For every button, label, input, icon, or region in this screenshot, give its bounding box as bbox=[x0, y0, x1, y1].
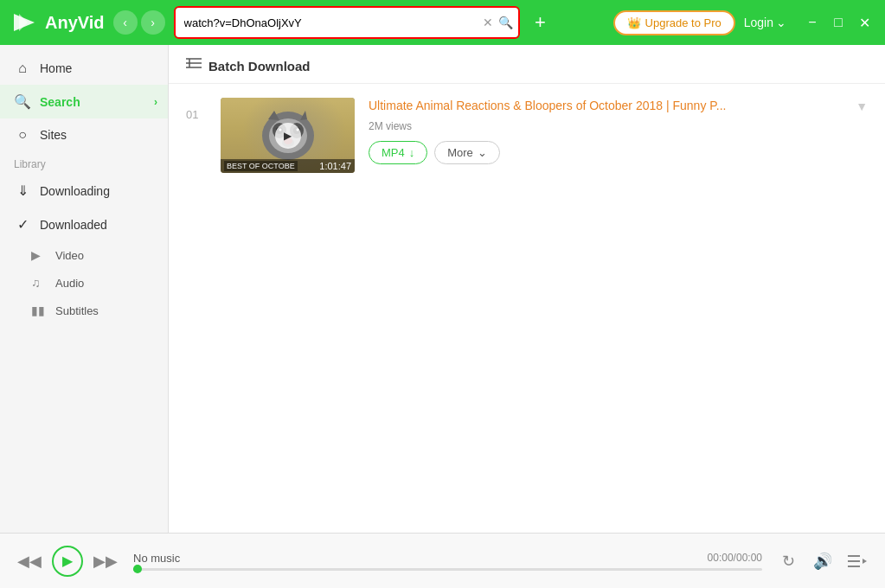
sidebar-sub-item-video[interactable]: ▶ Video bbox=[0, 241, 168, 269]
nav-buttons: ‹ › bbox=[113, 10, 165, 35]
downloading-label: Downloading bbox=[40, 184, 110, 198]
url-search-input[interactable] bbox=[176, 8, 518, 37]
result-views: 2M views bbox=[369, 120, 868, 132]
logo-area: AnyVid bbox=[10, 9, 105, 36]
audio-label: Audio bbox=[55, 277, 84, 290]
search-bar-container: ✕ 🔍 bbox=[174, 6, 520, 39]
player-track-title: No music bbox=[133, 552, 180, 565]
volume-button[interactable]: 🔊 bbox=[809, 547, 837, 575]
batch-title: Batch Download bbox=[208, 59, 311, 74]
search-chevron-icon: › bbox=[154, 96, 157, 108]
previous-button[interactable]: ◀◀ bbox=[14, 546, 45, 577]
search-icon: 🔍 bbox=[14, 93, 31, 110]
upgrade-button[interactable]: 👑 Upgrade to Pro bbox=[613, 10, 735, 35]
window-controls: − □ ✕ bbox=[802, 12, 875, 33]
result-title-row: Ultimate Animal Reactions & Bloopers of … bbox=[369, 98, 868, 115]
add-tab-button[interactable]: + bbox=[529, 10, 553, 35]
sidebar-sub-item-subtitles[interactable]: ▮▮ Subtitles bbox=[0, 297, 168, 324]
forward-button[interactable]: › bbox=[141, 10, 165, 35]
clear-button[interactable]: ✕ bbox=[483, 16, 493, 29]
downloaded-label: Downloaded bbox=[40, 218, 107, 232]
player-info: No music 00:00/00:00 bbox=[133, 552, 762, 571]
login-label: Login bbox=[744, 16, 773, 29]
result-info: Ultimate Animal Reactions & Bloopers of … bbox=[369, 98, 868, 164]
results-area: 01 bbox=[169, 84, 885, 533]
video-title[interactable]: Ultimate Animal Reactions & Bloopers of … bbox=[369, 98, 849, 115]
batch-icon bbox=[186, 57, 202, 74]
crown-icon: 👑 bbox=[627, 16, 641, 29]
subtitles-icon: ▮▮ bbox=[31, 304, 47, 317]
library-section-label: Library bbox=[0, 151, 168, 174]
subtitles-label: Subtitles bbox=[55, 304, 99, 317]
sidebar-sub-item-audio[interactable]: ♫ Audio bbox=[0, 269, 168, 297]
result-number: 01 bbox=[186, 98, 207, 121]
home-label: Home bbox=[40, 61, 72, 75]
svg-marker-22 bbox=[863, 559, 867, 564]
sidebar-item-downloading[interactable]: ⇓ Downloading bbox=[0, 174, 168, 208]
player-extra-controls: ↻ 🔊 bbox=[774, 547, 871, 575]
more-chevron-icon: ⌄ bbox=[478, 146, 487, 159]
video-thumbnail[interactable]: ▶ BEST OF OCTOBE 1:01:47 bbox=[221, 98, 355, 173]
video-icon: ▶ bbox=[31, 248, 47, 262]
upgrade-label: Upgrade to Pro bbox=[645, 16, 721, 29]
play-button-overlay[interactable]: ▶ bbox=[275, 123, 301, 149]
back-button[interactable]: ‹ bbox=[113, 10, 138, 35]
content-area: Batch Download 01 bbox=[169, 45, 885, 533]
minimize-button[interactable]: − bbox=[802, 12, 823, 33]
thumbnail-badge: BEST OF OCTOBE bbox=[224, 161, 298, 171]
next-button[interactable]: ▶▶ bbox=[90, 546, 121, 577]
downloading-icon: ⇓ bbox=[14, 182, 31, 199]
search-label: Search bbox=[40, 95, 80, 109]
result-item: 01 bbox=[186, 98, 868, 173]
playlist-icon bbox=[848, 553, 867, 569]
mp4-label: MP4 bbox=[382, 146, 405, 159]
audio-icon: ♫ bbox=[31, 276, 47, 290]
sidebar: ⌂ Home 🔍 Search › ○ Sites Library ⇓ Down… bbox=[0, 45, 169, 533]
app-name: AnyVid bbox=[45, 13, 105, 33]
logo-icon bbox=[10, 9, 38, 36]
download-icon: ↓ bbox=[409, 146, 415, 159]
sidebar-item-search[interactable]: 🔍 Search › bbox=[0, 85, 168, 118]
player-controls: ◀◀ ▶ ▶▶ bbox=[14, 546, 121, 577]
svg-marker-1 bbox=[19, 14, 28, 31]
maximize-button[interactable]: □ bbox=[828, 12, 849, 33]
player-progress-dot bbox=[133, 565, 142, 573]
player-progress-bar[interactable] bbox=[133, 568, 762, 571]
repeat-button[interactable]: ↻ bbox=[774, 547, 802, 575]
result-actions: MP4 ↓ More ⌄ bbox=[369, 141, 868, 164]
home-icon: ⌂ bbox=[14, 61, 31, 76]
player-bar: ◀◀ ▶ ▶▶ No music 00:00/00:00 ↻ 🔊 bbox=[0, 533, 885, 588]
sidebar-item-sites[interactable]: ○ Sites bbox=[0, 118, 168, 151]
more-options-button[interactable]: More ⌄ bbox=[434, 141, 500, 164]
login-button[interactable]: Login ⌄ bbox=[744, 16, 786, 29]
sidebar-item-downloaded[interactable]: ✓ Downloaded bbox=[0, 208, 168, 241]
search-bar-icons: ✕ 🔍 bbox=[483, 16, 513, 29]
close-button[interactable]: ✕ bbox=[854, 12, 875, 33]
sidebar-item-home[interactable]: ⌂ Home bbox=[0, 52, 168, 85]
sites-label: Sites bbox=[40, 128, 67, 142]
downloaded-icon: ✓ bbox=[14, 216, 31, 233]
search-button[interactable]: 🔍 bbox=[498, 16, 513, 29]
mp4-download-button[interactable]: MP4 ↓ bbox=[369, 141, 427, 164]
title-bar: AnyVid ‹ › ✕ 🔍 + 👑 Upgrade to Pro Login … bbox=[0, 0, 885, 45]
video-duration: 1:01:47 bbox=[319, 161, 351, 171]
thumbnail-overlay: BEST OF OCTOBE 1:01:47 bbox=[221, 159, 355, 173]
more-label: More bbox=[447, 146, 473, 159]
login-chevron-icon: ⌄ bbox=[776, 16, 786, 29]
player-time: 00:00/00:00 bbox=[708, 552, 762, 564]
video-label: Video bbox=[55, 249, 84, 262]
sites-icon: ○ bbox=[14, 127, 31, 143]
main-layout: ⌂ Home 🔍 Search › ○ Sites Library ⇓ Down… bbox=[0, 45, 885, 533]
title-dropdown-icon[interactable]: ▼ bbox=[856, 99, 868, 113]
play-pause-button[interactable]: ▶ bbox=[52, 546, 83, 577]
batch-header: Batch Download bbox=[169, 45, 885, 84]
playlist-button[interactable] bbox=[843, 547, 871, 575]
